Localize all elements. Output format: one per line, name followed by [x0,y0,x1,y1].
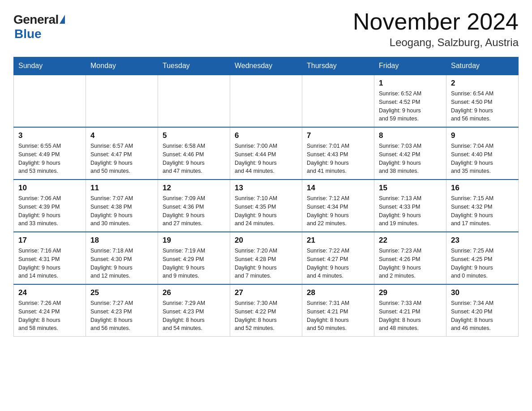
calendar-cell [14,75,86,127]
day-info: Sunrise: 7:15 AM Sunset: 4:32 PM Dayligh… [451,194,514,228]
calendar-cell: 8Sunrise: 7:03 AM Sunset: 4:42 PM Daylig… [374,127,446,180]
day-info: Sunrise: 7:22 AM Sunset: 4:27 PM Dayligh… [307,247,369,280]
calendar-cell: 3Sunrise: 6:55 AM Sunset: 4:49 PM Daylig… [14,127,86,180]
day-info: Sunrise: 7:26 AM Sunset: 4:24 PM Dayligh… [18,299,81,333]
calendar-week-3: 17Sunrise: 7:16 AM Sunset: 4:31 PM Dayli… [14,232,519,284]
day-info: Sunrise: 7:18 AM Sunset: 4:30 PM Dayligh… [90,247,153,280]
calendar-cell [230,75,302,127]
calendar-cell: 24Sunrise: 7:26 AM Sunset: 4:24 PM Dayli… [14,284,86,337]
calendar-cell: 9Sunrise: 7:04 AM Sunset: 4:40 PM Daylig… [446,127,519,180]
day-number: 16 [451,184,514,193]
day-number: 10 [18,184,81,193]
logo-blue: Blue [14,27,42,41]
calendar-cell: 16Sunrise: 7:15 AM Sunset: 4:32 PM Dayli… [446,180,519,232]
day-number: 20 [235,236,297,245]
calendar-cell: 15Sunrise: 7:13 AM Sunset: 4:33 PM Dayli… [374,180,446,232]
weekday-header-thursday: Thursday [302,57,374,75]
calendar-cell: 7Sunrise: 7:01 AM Sunset: 4:43 PM Daylig… [302,127,374,180]
day-number: 23 [451,236,514,245]
calendar-cell: 26Sunrise: 7:29 AM Sunset: 4:23 PM Dayli… [158,284,230,337]
day-info: Sunrise: 7:06 AM Sunset: 4:39 PM Dayligh… [18,194,81,228]
day-number: 7 [307,131,369,140]
day-info: Sunrise: 6:58 AM Sunset: 4:46 PM Dayligh… [163,142,225,176]
calendar-cell [158,75,230,127]
calendar-cell: 11Sunrise: 7:07 AM Sunset: 4:38 PM Dayli… [86,180,158,232]
day-number: 29 [379,288,442,297]
calendar-cell: 30Sunrise: 7:34 AM Sunset: 4:20 PM Dayli… [446,284,519,337]
calendar-cell: 19Sunrise: 7:19 AM Sunset: 4:29 PM Dayli… [158,232,230,284]
weekday-header-tuesday: Tuesday [158,57,230,75]
calendar-cell: 23Sunrise: 7:25 AM Sunset: 4:25 PM Dayli… [446,232,519,284]
calendar-cell: 2Sunrise: 6:54 AM Sunset: 4:50 PM Daylig… [446,75,519,127]
day-number: 6 [235,131,297,140]
day-number: 8 [379,131,442,140]
header: General Blue November 2024 Leogang, Salz… [13,9,519,49]
calendar-cell: 13Sunrise: 7:10 AM Sunset: 4:35 PM Dayli… [230,180,302,232]
calendar-cell: 1Sunrise: 6:52 AM Sunset: 4:52 PM Daylig… [374,75,446,127]
day-number: 26 [163,288,225,297]
day-number: 30 [451,288,514,297]
day-number: 25 [90,288,153,297]
weekday-header-friday: Friday [374,57,446,75]
day-info: Sunrise: 7:12 AM Sunset: 4:34 PM Dayligh… [307,194,369,228]
day-info: Sunrise: 6:54 AM Sunset: 4:50 PM Dayligh… [451,90,514,123]
calendar-cell: 18Sunrise: 7:18 AM Sunset: 4:30 PM Dayli… [86,232,158,284]
day-number: 2 [451,79,514,88]
calendar-cell: 12Sunrise: 7:09 AM Sunset: 4:36 PM Dayli… [158,180,230,232]
calendar-cell: 14Sunrise: 7:12 AM Sunset: 4:34 PM Dayli… [302,180,374,232]
calendar-week-4: 24Sunrise: 7:26 AM Sunset: 4:24 PM Dayli… [14,284,519,337]
calendar-cell: 4Sunrise: 6:57 AM Sunset: 4:47 PM Daylig… [86,127,158,180]
day-number: 27 [235,288,297,297]
day-number: 5 [163,131,225,140]
day-info: Sunrise: 7:00 AM Sunset: 4:44 PM Dayligh… [235,142,297,176]
day-number: 17 [18,236,81,245]
day-info: Sunrise: 6:57 AM Sunset: 4:47 PM Dayligh… [90,142,153,176]
calendar-cell: 5Sunrise: 6:58 AM Sunset: 4:46 PM Daylig… [158,127,230,180]
weekday-header-saturday: Saturday [446,57,519,75]
day-info: Sunrise: 7:29 AM Sunset: 4:23 PM Dayligh… [163,299,225,333]
weekday-header-wednesday: Wednesday [230,57,302,75]
day-info: Sunrise: 6:52 AM Sunset: 4:52 PM Dayligh… [379,90,442,123]
calendar-cell [302,75,374,127]
day-number: 13 [235,184,297,193]
logo-triangle-icon [60,15,65,24]
calendar-cell: 17Sunrise: 7:16 AM Sunset: 4:31 PM Dayli… [14,232,86,284]
day-number: 1 [379,79,442,88]
day-number: 15 [379,184,442,193]
day-info: Sunrise: 7:34 AM Sunset: 4:20 PM Dayligh… [451,299,514,333]
day-number: 4 [90,131,153,140]
day-info: Sunrise: 6:55 AM Sunset: 4:49 PM Dayligh… [18,142,81,176]
calendar-cell: 21Sunrise: 7:22 AM Sunset: 4:27 PM Dayli… [302,232,374,284]
day-info: Sunrise: 7:20 AM Sunset: 4:28 PM Dayligh… [235,247,297,280]
day-info: Sunrise: 7:31 AM Sunset: 4:21 PM Dayligh… [307,299,369,333]
day-info: Sunrise: 7:23 AM Sunset: 4:26 PM Dayligh… [379,247,442,280]
day-info: Sunrise: 7:01 AM Sunset: 4:43 PM Dayligh… [307,142,369,176]
day-number: 28 [307,288,369,297]
calendar-header-row: SundayMondayTuesdayWednesdayThursdayFrid… [14,57,519,75]
day-number: 22 [379,236,442,245]
weekday-header-sunday: Sunday [14,57,86,75]
day-info: Sunrise: 7:07 AM Sunset: 4:38 PM Dayligh… [90,194,153,228]
day-info: Sunrise: 7:25 AM Sunset: 4:25 PM Dayligh… [451,247,514,280]
calendar-cell: 29Sunrise: 7:33 AM Sunset: 4:21 PM Dayli… [374,284,446,337]
calendar-cell: 10Sunrise: 7:06 AM Sunset: 4:39 PM Dayli… [14,180,86,232]
month-title: November 2024 [353,9,519,34]
logo-general: General [13,13,59,27]
calendar-week-1: 3Sunrise: 6:55 AM Sunset: 4:49 PM Daylig… [14,127,519,180]
day-number: 24 [18,288,81,297]
day-info: Sunrise: 7:13 AM Sunset: 4:33 PM Dayligh… [379,194,442,228]
calendar-cell [86,75,158,127]
day-info: Sunrise: 7:04 AM Sunset: 4:40 PM Dayligh… [451,142,514,176]
day-info: Sunrise: 7:19 AM Sunset: 4:29 PM Dayligh… [163,247,225,280]
day-number: 19 [163,236,225,245]
calendar-cell: 25Sunrise: 7:27 AM Sunset: 4:23 PM Dayli… [86,284,158,337]
day-number: 11 [90,184,153,193]
calendar-cell: 28Sunrise: 7:31 AM Sunset: 4:21 PM Dayli… [302,284,374,337]
weekday-header-monday: Monday [86,57,158,75]
day-info: Sunrise: 7:16 AM Sunset: 4:31 PM Dayligh… [18,247,81,280]
calendar-cell: 27Sunrise: 7:30 AM Sunset: 4:22 PM Dayli… [230,284,302,337]
calendar-week-0: 1Sunrise: 6:52 AM Sunset: 4:52 PM Daylig… [14,75,519,127]
calendar-week-2: 10Sunrise: 7:06 AM Sunset: 4:39 PM Dayli… [14,180,519,232]
day-number: 14 [307,184,369,193]
day-number: 12 [163,184,225,193]
